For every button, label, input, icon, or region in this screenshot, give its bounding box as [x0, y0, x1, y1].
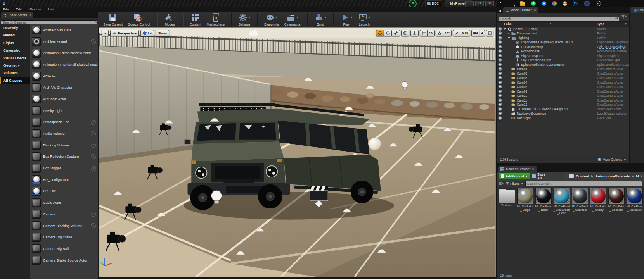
viewport-scene[interactable]: [99, 28, 495, 277]
visibility-eye-icon[interactable]: [498, 72, 502, 76]
toolbar-settings-button[interactable]: Settings: [235, 12, 253, 27]
save-all-button[interactable]: Save All: [532, 172, 551, 180]
menu-file[interactable]: File: [3, 7, 9, 11]
visibility-eye-icon[interactable]: [498, 31, 502, 35]
visibility-eye-icon[interactable]: [498, 103, 502, 107]
visibility-eye-icon[interactable]: [498, 90, 502, 93]
close-tab-icon[interactable]: ✕: [533, 9, 536, 12]
actor-list-item[interactable]: Camera Shake Source Actor: [30, 255, 98, 266]
taskbar-chrome-icon[interactable]: [563, 1, 567, 6]
show-flags-button[interactable]: Show: [156, 30, 169, 36]
outliner-row[interactable]: Cam09 CineCameraActor: [497, 89, 629, 94]
white-sphere-sprite[interactable]: [369, 138, 381, 150]
actor-list-item[interactable]: ARSky Light: [30, 105, 98, 117]
add-import-button[interactable]: Add/Import: [499, 172, 530, 180]
panel-divider-horizontal[interactable]: [497, 163, 644, 166]
view-options-button[interactable]: View Options: [597, 158, 626, 162]
category-cinematic[interactable]: Cinematic: [0, 47, 30, 54]
visibility-eye-icon[interactable]: [498, 116, 502, 120]
viewport-options-dropdown[interactable]: [102, 30, 109, 36]
scale-snap-button[interactable]: [453, 30, 460, 36]
filters-button[interactable]: Filters: [506, 182, 523, 186]
taskbar-photos-icon[interactable]: [552, 1, 557, 6]
category-lights[interactable]: Lights: [0, 40, 30, 47]
visibility-eye-icon[interactable]: [498, 67, 502, 71]
help-icon[interactable]: [91, 212, 96, 217]
rotation-snap-button[interactable]: [436, 30, 443, 36]
rotate-tool-button[interactable]: [384, 30, 392, 36]
toolbar-cinematics-button[interactable]: Cinematics: [282, 12, 303, 27]
actor-list-item[interactable]: Box Trigger: [30, 162, 98, 174]
world-local-toggle-button[interactable]: [401, 30, 409, 36]
outliner-search-input[interactable]: [499, 17, 619, 22]
grid-snap-button[interactable]: [420, 30, 427, 36]
outliner-row[interactable]: Cam11 CineCameraActor: [497, 98, 629, 103]
actor-list-item[interactable]: Camera Rig Rail: [30, 243, 98, 255]
outliner-row[interactable]: SphereReflectionCaptureENV SphereReflect…: [497, 62, 629, 67]
rotation-snap-value[interactable]: 10°: [443, 30, 452, 36]
actor-list-item[interactable]: ARActor: [30, 71, 98, 82]
outliner-row[interactable]: Lighting Folder: [497, 36, 629, 40]
actor-list-item[interactable]: Arch Vis Character: [30, 82, 98, 93]
translate-tool-button[interactable]: [376, 30, 384, 36]
actor-list-item[interactable]: Animation Editor Preview Actor: [30, 47, 98, 59]
asset-tile[interactable]: MI_CarPaint_ Black: [535, 188, 552, 212]
grid-snap-value[interactable]: 10: [427, 30, 435, 36]
camera-speed-value[interactable]: 4: [480, 30, 485, 36]
toolbar-launch-button[interactable]: Launch: [355, 12, 373, 27]
toolbar-save-current-button[interactable]: Save Current: [100, 12, 125, 27]
visibility-eye-icon[interactable]: [498, 76, 502, 80]
actor-list-item[interactable]: Animation Thumbnail Skeletal Mesh: [30, 59, 98, 71]
outliner-row[interactable]: Cam04 CineCameraActor: [497, 80, 629, 85]
taskbar-zoom-icon[interactable]: [542, 1, 546, 6]
asset-tile[interactable]: MI_CarPaint_ DarkBlue: [626, 188, 643, 212]
asset-tile[interactable]: MI_CarPaint_ Cherry: [590, 188, 606, 212]
edit-hdribackdrop-link[interactable]: Edit HDRIBackdrop: [597, 45, 626, 49]
surface-snapping-button[interactable]: [410, 30, 419, 36]
actor-list-item[interactable]: Cable Actor: [30, 197, 98, 208]
outliner-row[interactable]: Cam10 CineCameraActor: [497, 94, 629, 98]
visibility-eye-icon[interactable]: [498, 94, 502, 98]
outliner-filter-icon[interactable]: [621, 15, 627, 20]
outliner-row[interactable]: NewLevelSequence LevelSequenceActor: [497, 112, 629, 116]
category-visual-effects[interactable]: Visual Effects: [0, 55, 30, 62]
actor-list-item[interactable]: AROrigin Actor: [30, 93, 98, 105]
scale-snap-value[interactable]: 0.25: [460, 30, 470, 36]
restore-button[interactable]: ❐: [475, 1, 484, 6]
tab-details[interactable]: i Details: [631, 7, 644, 13]
visibility-eye-icon[interactable]: [498, 85, 502, 89]
taskbar-start-icon[interactable]: [500, 2, 502, 4]
asset-tile[interactable]: Textures: [499, 188, 515, 207]
level-viewport[interactable]: Perspective Lit Show: [99, 27, 496, 277]
close-tab-icon[interactable]: ✕: [532, 167, 535, 171]
outliner-row[interactable]: ExponentialHeightFogBeach_HDRI Exponenti…: [497, 40, 629, 45]
outliner-row[interactable]: Cam01 CineCameraActor: [497, 67, 629, 72]
outliner-row[interactable]: Cam03 CineCameraActor: [497, 76, 629, 81]
label-column-header[interactable]: Label: [504, 22, 512, 26]
help-icon[interactable]: [91, 154, 96, 159]
visibility-eye-icon[interactable]: [498, 112, 502, 115]
visibility-eye-icon[interactable]: [498, 63, 502, 67]
visibility-eye-icon[interactable]: [498, 54, 502, 58]
visibility-eye-icon[interactable]: [498, 36, 502, 40]
outliner-row[interactable]: PostProcess PostProcessVolume: [497, 49, 629, 54]
outliner-row[interactable]: HDRIBackdrop Edit HDRIBackdrop: [497, 45, 629, 49]
toolbar-content-button[interactable]: Content: [187, 12, 204, 27]
outliner-row[interactable]: RectLight RectLight: [497, 116, 629, 121]
actor-list-item[interactable]: Camera: [30, 208, 98, 220]
actor-list-item[interactable]: Abstract Nav Data: [30, 24, 98, 36]
taskbar-affinity-icon[interactable]: [584, 1, 590, 6]
help-icon[interactable]: [91, 120, 96, 125]
lit-mode-button[interactable]: Lit: [140, 30, 154, 36]
actor-list-item[interactable]: Camera Blocking Volume: [30, 220, 98, 232]
actor-list-item[interactable]: BP_Env: [30, 186, 98, 197]
actor-list-item[interactable]: Atmospheric Fog: [30, 117, 98, 128]
actor-list-item[interactable]: Camera Rig Crane: [30, 231, 98, 243]
actor-list-item[interactable]: Box Reflection Capture: [30, 151, 98, 163]
help-icon[interactable]: [91, 166, 96, 171]
outliner-row[interactable]: Cam12 CineCameraActor: [497, 103, 629, 107]
maximize-viewport-button[interactable]: [486, 30, 493, 36]
category-volumes[interactable]: Volumes: [0, 69, 30, 77]
toolbar-play-button[interactable]: Play: [338, 12, 355, 27]
help-icon[interactable]: [91, 131, 96, 136]
